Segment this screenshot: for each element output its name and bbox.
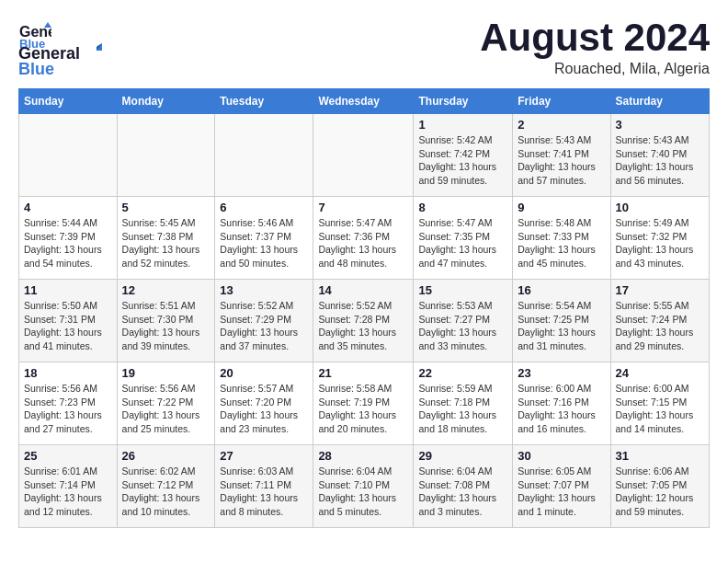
week-row-1: 1Sunrise: 5:42 AMSunset: 7:42 PMDaylight…	[19, 114, 710, 197]
day-info: Sunrise: 5:50 AMSunset: 7:31 PMDaylight:…	[24, 299, 112, 353]
day-info: Sunrise: 5:51 AMSunset: 7:30 PMDaylight:…	[122, 299, 210, 353]
day-info: Sunrise: 5:56 AMSunset: 7:22 PMDaylight:…	[122, 382, 210, 436]
calendar-cell: 22Sunrise: 5:59 AMSunset: 7:18 PMDayligh…	[414, 362, 513, 445]
day-info: Sunrise: 5:52 AMSunset: 7:28 PMDaylight:…	[318, 299, 408, 353]
calendar-cell: 19Sunrise: 5:56 AMSunset: 7:22 PMDayligh…	[117, 362, 215, 445]
calendar-cell	[215, 114, 313, 197]
calendar-cell: 5Sunrise: 5:45 AMSunset: 7:38 PMDaylight…	[117, 197, 215, 280]
day-number: 22	[418, 366, 507, 380]
calendar-cell: 26Sunrise: 6:02 AMSunset: 7:12 PMDayligh…	[117, 445, 215, 528]
day-number: 25	[24, 449, 112, 463]
calendar-cell	[19, 114, 118, 197]
day-number: 5	[122, 201, 210, 214]
day-number: 31	[616, 449, 705, 463]
day-info: Sunrise: 6:01 AMSunset: 7:14 PMDaylight:…	[24, 465, 112, 519]
month-title: August 2024	[480, 18, 710, 57]
calendar-cell: 2Sunrise: 5:43 AMSunset: 7:41 PMDaylight…	[513, 114, 610, 197]
weekday-header-thursday: Thursday	[414, 89, 513, 114]
calendar-cell: 8Sunrise: 5:47 AMSunset: 7:35 PMDaylight…	[414, 197, 513, 280]
day-number: 19	[122, 366, 210, 380]
day-info: Sunrise: 6:04 AMSunset: 7:10 PMDaylight:…	[318, 465, 408, 519]
day-number: 14	[318, 283, 408, 297]
day-number: 10	[616, 201, 705, 214]
calendar-cell: 24Sunrise: 6:00 AMSunset: 7:15 PMDayligh…	[610, 362, 710, 445]
day-number: 12	[122, 283, 210, 297]
weekday-header-wednesday: Wednesday	[313, 89, 414, 114]
logo-bird-icon	[82, 43, 102, 63]
calendar-cell: 6Sunrise: 5:46 AMSunset: 7:37 PMDaylight…	[215, 197, 313, 280]
day-number: 15	[418, 283, 507, 297]
logo: General Blue General Blue	[18, 18, 102, 79]
week-row-2: 4Sunrise: 5:44 AMSunset: 7:39 PMDaylight…	[19, 197, 710, 280]
calendar-cell: 1Sunrise: 5:42 AMSunset: 7:42 PMDaylight…	[414, 114, 513, 197]
day-number: 29	[418, 449, 507, 463]
logo-blue: Blue	[18, 60, 54, 79]
day-info: Sunrise: 5:44 AMSunset: 7:39 PMDaylight:…	[24, 216, 112, 270]
calendar-cell: 20Sunrise: 5:57 AMSunset: 7:20 PMDayligh…	[215, 362, 313, 445]
day-info: Sunrise: 6:06 AMSunset: 7:05 PMDaylight:…	[616, 465, 705, 519]
week-row-5: 25Sunrise: 6:01 AMSunset: 7:14 PMDayligh…	[19, 445, 710, 528]
day-info: Sunrise: 5:47 AMSunset: 7:36 PMDaylight:…	[318, 216, 408, 270]
day-number: 7	[318, 201, 408, 214]
day-info: Sunrise: 6:00 AMSunset: 7:16 PMDaylight:…	[518, 382, 605, 436]
weekday-header-tuesday: Tuesday	[215, 89, 313, 114]
day-number: 1	[418, 118, 507, 132]
day-info: Sunrise: 5:48 AMSunset: 7:33 PMDaylight:…	[518, 216, 605, 270]
day-info: Sunrise: 5:53 AMSunset: 7:27 PMDaylight:…	[418, 299, 507, 353]
weekday-header-monday: Monday	[117, 89, 215, 114]
day-number: 18	[24, 366, 112, 380]
calendar-cell: 11Sunrise: 5:50 AMSunset: 7:31 PMDayligh…	[19, 280, 118, 362]
day-number: 17	[616, 283, 705, 297]
day-number: 9	[518, 201, 605, 214]
day-number: 21	[318, 366, 408, 380]
day-info: Sunrise: 5:46 AMSunset: 7:37 PMDaylight:…	[220, 216, 308, 270]
day-info: Sunrise: 5:52 AMSunset: 7:29 PMDaylight:…	[220, 299, 308, 353]
day-info: Sunrise: 5:43 AMSunset: 7:41 PMDaylight:…	[518, 133, 605, 188]
calendar-cell	[313, 114, 414, 197]
title-block: August 2024 Rouached, Mila, Algeria	[480, 18, 710, 77]
day-number: 26	[122, 449, 210, 463]
location: Rouached, Mila, Algeria	[480, 61, 710, 77]
calendar-cell: 10Sunrise: 5:49 AMSunset: 7:32 PMDayligh…	[610, 197, 710, 280]
calendar-cell: 27Sunrise: 6:03 AMSunset: 7:11 PMDayligh…	[215, 445, 313, 528]
day-number: 28	[318, 449, 408, 463]
day-info: Sunrise: 6:04 AMSunset: 7:08 PMDaylight:…	[418, 465, 507, 519]
calendar-cell: 13Sunrise: 5:52 AMSunset: 7:29 PMDayligh…	[215, 280, 313, 362]
day-number: 20	[220, 366, 308, 380]
day-info: Sunrise: 5:58 AMSunset: 7:19 PMDaylight:…	[318, 382, 408, 436]
calendar-cell: 28Sunrise: 6:04 AMSunset: 7:10 PMDayligh…	[313, 445, 414, 528]
day-number: 24	[616, 366, 705, 380]
day-number: 23	[518, 366, 605, 380]
day-number: 11	[24, 283, 112, 297]
calendar-cell: 14Sunrise: 5:52 AMSunset: 7:28 PMDayligh…	[313, 280, 414, 362]
calendar-cell: 21Sunrise: 5:58 AMSunset: 7:19 PMDayligh…	[313, 362, 414, 445]
day-info: Sunrise: 6:05 AMSunset: 7:07 PMDaylight:…	[518, 465, 605, 519]
calendar-cell: 16Sunrise: 5:54 AMSunset: 7:25 PMDayligh…	[513, 280, 610, 362]
calendar-cell: 12Sunrise: 5:51 AMSunset: 7:30 PMDayligh…	[117, 280, 215, 362]
weekday-header-sunday: Sunday	[19, 89, 118, 114]
week-row-3: 11Sunrise: 5:50 AMSunset: 7:31 PMDayligh…	[19, 280, 710, 362]
day-info: Sunrise: 5:59 AMSunset: 7:18 PMDaylight:…	[418, 382, 507, 436]
day-number: 30	[518, 449, 605, 463]
calendar-cell: 9Sunrise: 5:48 AMSunset: 7:33 PMDaylight…	[513, 197, 610, 280]
day-number: 6	[220, 201, 308, 214]
calendar-cell: 17Sunrise: 5:55 AMSunset: 7:24 PMDayligh…	[610, 280, 710, 362]
day-number: 16	[518, 283, 605, 297]
calendar-cell: 25Sunrise: 6:01 AMSunset: 7:14 PMDayligh…	[19, 445, 118, 528]
day-info: Sunrise: 5:49 AMSunset: 7:32 PMDaylight:…	[616, 216, 705, 270]
calendar-cell: 3Sunrise: 5:43 AMSunset: 7:40 PMDaylight…	[610, 114, 710, 197]
weekday-header-saturday: Saturday	[610, 89, 710, 114]
calendar-cell: 18Sunrise: 5:56 AMSunset: 7:23 PMDayligh…	[19, 362, 118, 445]
day-info: Sunrise: 6:00 AMSunset: 7:15 PMDaylight:…	[616, 382, 705, 436]
day-info: Sunrise: 5:43 AMSunset: 7:40 PMDaylight:…	[616, 133, 705, 188]
day-info: Sunrise: 5:45 AMSunset: 7:38 PMDaylight:…	[122, 216, 210, 270]
calendar-cell: 23Sunrise: 6:00 AMSunset: 7:16 PMDayligh…	[513, 362, 610, 445]
calendar-cell: 30Sunrise: 6:05 AMSunset: 7:07 PMDayligh…	[513, 445, 610, 528]
weekday-header-friday: Friday	[513, 89, 610, 114]
day-info: Sunrise: 6:02 AMSunset: 7:12 PMDaylight:…	[122, 465, 210, 519]
week-row-4: 18Sunrise: 5:56 AMSunset: 7:23 PMDayligh…	[19, 362, 710, 445]
day-info: Sunrise: 5:56 AMSunset: 7:23 PMDaylight:…	[24, 382, 112, 436]
calendar-cell: 29Sunrise: 6:04 AMSunset: 7:08 PMDayligh…	[414, 445, 513, 528]
day-number: 13	[220, 283, 308, 297]
calendar-cell	[117, 114, 215, 197]
